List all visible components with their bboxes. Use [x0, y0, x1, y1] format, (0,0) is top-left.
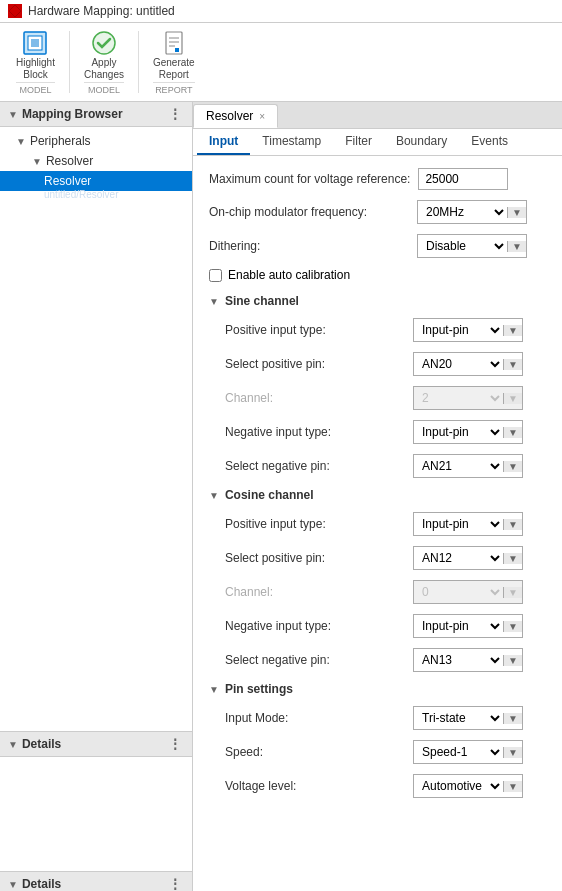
mapping-browser-header-left: ▼ Mapping Browser — [8, 107, 123, 121]
cos-neg-pin-label: Select negative pin: — [225, 653, 405, 667]
sine-channel-arrow[interactable]: ▼ — [209, 296, 219, 307]
details-1-menu[interactable]: ⋮ — [166, 736, 184, 752]
sine-pos-input-type-arrow[interactable]: ▼ — [503, 325, 522, 336]
title-text: Hardware Mapping: untitled — [28, 4, 175, 18]
generate-report-section: REPORT — [153, 82, 195, 95]
voltage-level-wrap: Automotive ▼ — [413, 774, 523, 798]
resolver-tab-close[interactable]: × — [259, 111, 265, 122]
sub-tab-events[interactable]: Events — [459, 129, 520, 155]
sub-tab-filter-label: Filter — [345, 134, 372, 148]
sine-pos-pin-wrap: AN20 ▼ — [413, 352, 523, 376]
cos-channel-wrap: 0 ▼ — [413, 580, 523, 604]
sine-channel-title: Sine channel — [225, 294, 299, 308]
cos-neg-pin-arrow[interactable]: ▼ — [503, 655, 522, 666]
onchip-freq-select[interactable]: 20MHz — [418, 201, 507, 223]
apply-changes-button[interactable]: ApplyChanges MODEL — [76, 27, 132, 97]
dithering-arrow[interactable]: ▼ — [507, 241, 526, 252]
max-count-input[interactable] — [418, 168, 508, 190]
cos-neg-input-type-select[interactable]: Input-pin — [414, 615, 503, 637]
speed-arrow[interactable]: ▼ — [503, 747, 522, 758]
auto-cal-row: Enable auto calibration — [209, 268, 546, 282]
cosine-channel-title: Cosine channel — [225, 488, 314, 502]
tree-item-peripherals[interactable]: ▼ Peripherals — [0, 131, 192, 151]
toolbar-divider-2 — [138, 31, 139, 93]
cos-neg-pin-select[interactable]: AN13 — [414, 649, 503, 671]
cosine-channel-form: Positive input type: Input-pin ▼ Select … — [209, 512, 546, 672]
cos-pos-pin-select[interactable]: AN12 — [414, 547, 503, 569]
sine-channel-select[interactable]: 2 — [414, 387, 503, 409]
mapping-browser-menu[interactable]: ⋮ — [166, 106, 184, 122]
mapping-browser-collapse-arrow[interactable]: ▼ — [8, 109, 18, 120]
cosine-channel-arrow[interactable]: ▼ — [209, 490, 219, 501]
sine-neg-pin-arrow[interactable]: ▼ — [503, 461, 522, 472]
details-1-content — [0, 757, 192, 871]
apply-changes-icon — [90, 29, 118, 57]
highlight-block-button[interactable]: HighlightBlock MODEL — [8, 27, 63, 97]
highlight-block-icon — [21, 29, 49, 57]
sine-neg-input-type-select[interactable]: Input-pin — [414, 421, 503, 443]
pin-settings-arrow[interactable]: ▼ — [209, 684, 219, 695]
sub-tab-input[interactable]: Input — [197, 129, 250, 155]
onchip-freq-arrow[interactable]: ▼ — [507, 207, 526, 218]
sine-pos-input-type-select[interactable]: Input-pin — [414, 319, 503, 341]
cos-channel-select[interactable]: 0 — [414, 581, 503, 603]
details-panel-1: ▼ Details ⋮ — [0, 731, 192, 871]
tree-item-resolver-parent[interactable]: ▼ Resolver — [0, 151, 192, 171]
mapping-browser-header: ▼ Mapping Browser ⋮ — [0, 102, 192, 127]
title-bar: Hardware Mapping: untitled — [0, 0, 562, 23]
cos-channel-label: Channel: — [225, 585, 405, 599]
cos-neg-input-type-wrap: Input-pin ▼ — [413, 614, 523, 638]
speed-select[interactable]: Speed-1 — [414, 741, 503, 763]
sine-channel-wrap: 2 ▼ — [413, 386, 523, 410]
cos-pos-input-type-arrow[interactable]: ▼ — [503, 519, 522, 530]
input-mode-label: Input Mode: — [225, 711, 405, 725]
tree-item-resolver-child[interactable]: Resolver — [0, 171, 192, 191]
details-1-collapse-arrow[interactable]: ▼ — [8, 739, 18, 750]
generate-report-button[interactable]: GenerateReport REPORT — [145, 27, 203, 97]
auto-cal-checkbox[interactable] — [209, 269, 222, 282]
cos-pos-pin-row: Select positive pin: AN12 ▼ — [225, 546, 546, 570]
input-mode-select[interactable]: Tri-state — [414, 707, 503, 729]
tab-bar: Resolver × — [193, 102, 562, 129]
voltage-level-select[interactable]: Automotive — [414, 775, 503, 797]
pin-settings-form: Input Mode: Tri-state ▼ Speed: Speed-1 — [209, 706, 546, 798]
dithering-row: Dithering: Disable ▼ — [209, 234, 546, 258]
sine-pos-pin-arrow[interactable]: ▼ — [503, 359, 522, 370]
speed-label: Speed: — [225, 745, 405, 759]
resolver-tab[interactable]: Resolver × — [193, 104, 278, 128]
sine-pos-pin-label: Select positive pin: — [225, 357, 405, 371]
input-mode-arrow[interactable]: ▼ — [503, 713, 522, 724]
voltage-level-arrow[interactable]: ▼ — [503, 781, 522, 792]
sine-channel-arrow: ▼ — [503, 393, 522, 404]
details-2-title: Details — [22, 877, 61, 891]
details-header-2-left: ▼ Details — [8, 877, 61, 891]
cos-pos-pin-arrow[interactable]: ▼ — [503, 553, 522, 564]
highlight-block-label: HighlightBlock — [16, 57, 55, 81]
cos-neg-input-type-arrow[interactable]: ▼ — [503, 621, 522, 632]
sub-tab-filter[interactable]: Filter — [333, 129, 384, 155]
generate-report-label: GenerateReport — [153, 57, 195, 81]
sub-tab-boundary[interactable]: Boundary — [384, 129, 459, 155]
sine-neg-pin-wrap: AN21 ▼ — [413, 454, 523, 478]
details-2-menu[interactable]: ⋮ — [166, 876, 184, 891]
generate-report-icon — [160, 29, 188, 57]
tree-area: ▼ Peripherals ▼ Resolver Resolver untitl… — [0, 127, 192, 731]
cos-pos-input-type-select[interactable]: Input-pin — [414, 513, 503, 535]
sine-neg-input-type-wrap: Input-pin ▼ — [413, 420, 523, 444]
onchip-freq-label: On-chip modulator frequency: — [209, 205, 409, 219]
speed-wrap: Speed-1 ▼ — [413, 740, 523, 764]
resolver-child-label: Resolver — [44, 174, 91, 188]
details-2-collapse-arrow[interactable]: ▼ — [8, 879, 18, 890]
sine-neg-pin-select[interactable]: AN21 — [414, 455, 503, 477]
dithering-select[interactable]: Disable — [418, 235, 507, 257]
main-layout: ▼ Mapping Browser ⋮ ▼ Peripherals ▼ Reso… — [0, 102, 562, 891]
toolbar: HighlightBlock MODEL ApplyChanges MODEL … — [0, 23, 562, 102]
resolver-tab-label: Resolver — [206, 109, 253, 123]
sine-neg-input-type-arrow[interactable]: ▼ — [503, 427, 522, 438]
sub-tab-timestamp[interactable]: Timestamp — [250, 129, 333, 155]
content-area: Maximum count for voltage reference: On-… — [193, 156, 562, 891]
sine-pos-pin-select[interactable]: AN20 — [414, 353, 503, 375]
app-icon — [8, 4, 22, 18]
peripherals-arrow: ▼ — [16, 136, 26, 147]
details-header-1: ▼ Details ⋮ — [0, 732, 192, 757]
